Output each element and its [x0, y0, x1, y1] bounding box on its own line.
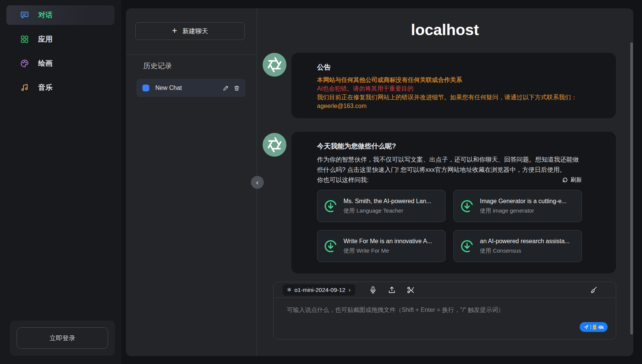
chatgpt-logo-icon	[263, 53, 286, 77]
suggestion-text: Ms. Smith, the AI-powered Lan... 使用 Lang…	[343, 198, 431, 214]
sidebar-item-label: 绘画	[38, 59, 53, 68]
suggestion-title: an AI-powered research assista...	[480, 238, 569, 245]
ask-label: 你也可以这样问我:	[317, 176, 369, 184]
arrow-down-circle-icon	[323, 199, 338, 213]
sidebar-item-chat[interactable]: 对话	[6, 5, 114, 25]
suggestion-subtitle: 使用 Write For Me	[343, 247, 432, 254]
welcome-message: 今天我能为您做些什么呢? 作为你的智慧伙伴，我不仅可以写文案、出点子，还可以和你…	[291, 132, 616, 273]
assistant-avatar	[263, 133, 286, 157]
suggestion-card[interactable]: Ms. Smith, the AI-powered Lan... 使用 Lang…	[317, 190, 446, 222]
music-note-icon	[20, 83, 29, 92]
scrollbar[interactable]	[630, 42, 633, 335]
suggestion-card[interactable]: an AI-powered research assista... 使用 Con…	[453, 230, 582, 262]
refresh-icon	[562, 177, 568, 183]
announcement-message: 公告 本网站与任何其他公司或商标没有任何关联或合作关系 AI也会犯错。请勿将其用…	[291, 53, 616, 118]
sidebar-item-label: 音乐	[38, 83, 53, 93]
suggestion-text: Image Generator is a cutting-e... 使用 ima…	[480, 198, 566, 214]
sidebar-item-apps[interactable]: 应用	[6, 29, 114, 49]
main-panel: + 新建聊天 历史记录 New Chat localhost	[126, 8, 633, 356]
edit-icon[interactable]	[223, 85, 229, 91]
sidebar: 对话 应用 绘画 音乐 立即登录	[0, 0, 121, 364]
announcement-line: AI也会犯错。请勿将其用于重要目的	[317, 84, 601, 93]
announcement-line: 我们目前正在修复我们网站上的错误并改进细节。如果您有任何疑问，请通过以下方式联系…	[317, 93, 601, 102]
history-item-title: New Chat	[155, 85, 217, 91]
chevron-right-icon: ›	[348, 286, 351, 294]
suggestion-card[interactable]: Write For Me is an innovative A... 使用 Wr…	[317, 230, 446, 262]
history-title: 历史记录	[143, 61, 172, 71]
welcome-heading: 今天我能为您做些什么呢?	[317, 142, 590, 151]
upload-icon[interactable]	[388, 286, 396, 294]
palette-icon	[20, 59, 29, 68]
clear-context-broom-icon[interactable]	[589, 286, 598, 294]
arrow-down-circle-icon	[323, 239, 338, 253]
arrow-down-circle-icon	[460, 239, 474, 253]
microphone-icon[interactable]	[369, 286, 377, 294]
token-coin-icon	[593, 325, 596, 330]
ask-row: 你也可以这样问我: 刷新	[317, 175, 582, 185]
history-item[interactable]: New Chat	[136, 79, 246, 97]
message-input[interactable]: 可输入说点什么，也可贴截图或拖拽文件（Shift + Enter = 换行，"/…	[274, 298, 616, 339]
suggestion-text: Write For Me is an innovative A... 使用 Wr…	[343, 238, 432, 254]
delete-icon[interactable]	[234, 85, 240, 91]
chat-color-swatch	[142, 85, 149, 91]
model-name: o1-mini-2024-09-12	[294, 287, 345, 293]
suggestion-grid: Ms. Smith, the AI-powered Lan... 使用 Lang…	[317, 190, 590, 262]
sidebar-item-label: 应用	[38, 34, 53, 44]
send-plane-icon	[583, 324, 589, 330]
refresh-button[interactable]: 刷新	[562, 176, 582, 184]
suggestion-text: an AI-powered research assista... 使用 Con…	[480, 238, 569, 254]
login-button[interactable]: 立即登录	[17, 327, 108, 349]
arrow-down-circle-icon	[460, 199, 474, 213]
sparkle-icon: ✻	[287, 287, 291, 293]
login-card: 立即登录	[10, 321, 115, 356]
contact-email-link[interactable]: ageerle@163.com	[317, 102, 601, 110]
refresh-label: 刷新	[571, 176, 582, 184]
suggestion-subtitle: 使用 Language Teacher	[343, 207, 431, 214]
input-placeholder: 可输入说点什么，也可贴截图或拖拽文件（Shift + Enter = 换行，"/…	[287, 306, 504, 314]
composer-toolbar: ✻ o1-mini-2024-09-12 ›	[274, 282, 616, 298]
model-selector[interactable]: ✻ o1-mini-2024-09-12 ›	[283, 284, 355, 296]
suggestion-title: Write For Me is an innovative A...	[343, 238, 432, 245]
suggestion-title: Ms. Smith, the AI-powered Lan...	[343, 198, 431, 205]
plus-icon: +	[172, 26, 177, 36]
welcome-body: 作为你的智慧伙伴，我不仅可以写文案、出点子，还可以和你聊天、回答问题。想知道我还…	[317, 154, 584, 175]
history-divider	[126, 54, 257, 55]
sidebar-item-music[interactable]: 音乐	[6, 78, 114, 97]
suggestion-subtitle: 使用 image generator	[480, 207, 566, 214]
badge-divider	[591, 325, 591, 329]
chatgpt-logo-icon	[263, 133, 286, 157]
suggestion-title: Image Generator is a cutting-e...	[480, 198, 566, 205]
sidebar-item-label: 对话	[38, 10, 53, 20]
page-title: localhost	[257, 21, 633, 39]
new-chat-button[interactable]: + 新建聊天	[135, 22, 245, 40]
grid-icon	[20, 35, 29, 44]
screenshot-scissors-icon[interactable]	[407, 286, 415, 294]
history-item-actions	[223, 85, 240, 91]
suggestion-subtitle: 使用 Consensus	[480, 247, 569, 254]
suggestion-card[interactable]: Image Generator is a cutting-e... 使用 ima…	[453, 190, 582, 222]
chat-bubble-icon	[20, 11, 29, 20]
collapse-panel-button[interactable]: ‹	[251, 176, 264, 189]
announcement-heading: 公告	[317, 63, 601, 72]
send-button[interactable]: 4k	[580, 322, 608, 332]
announcement-line: 本网站与任何其他公司或商标没有任何关联或合作关系	[317, 76, 601, 84]
assistant-avatar	[263, 53, 286, 77]
composer: ✻ o1-mini-2024-09-12 ›	[273, 282, 616, 339]
token-badge: 4k	[598, 324, 604, 330]
sidebar-item-drawing[interactable]: 绘画	[6, 54, 114, 73]
app-window: 对话 应用 绘画 音乐 立即登录	[0, 0, 642, 364]
new-chat-label: 新建聊天	[183, 27, 208, 35]
